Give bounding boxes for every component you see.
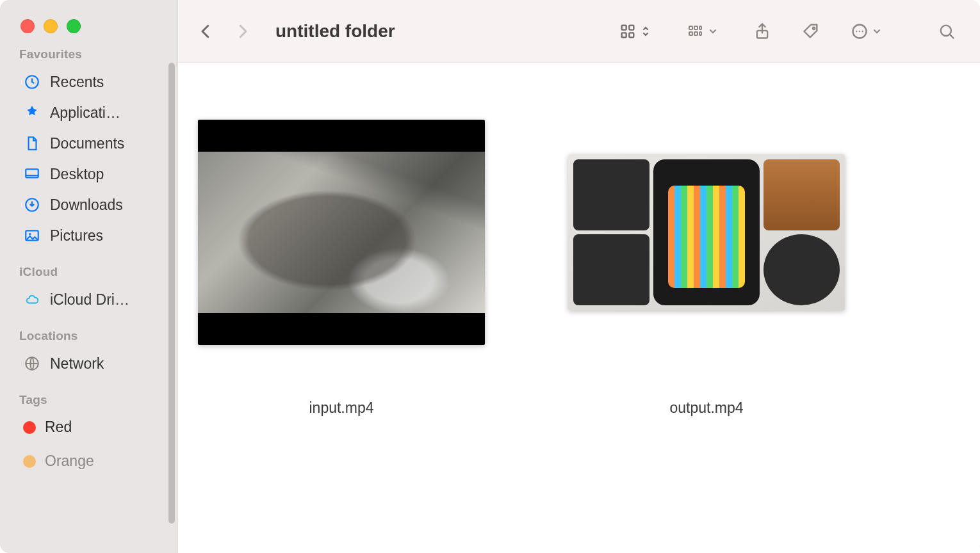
- sidebar: Favourites Recents Applicati… Documents: [0, 0, 178, 553]
- svg-rect-14: [699, 26, 701, 29]
- sidebar-item-desktop[interactable]: Desktop: [19, 159, 165, 189]
- action-menu-button[interactable]: [844, 15, 888, 47]
- search-button[interactable]: [931, 15, 962, 47]
- sidebar-section-tags: Tags Red Orange: [0, 379, 177, 472]
- folder-title: untitled folder: [275, 21, 395, 42]
- file-thumbnail: [562, 88, 851, 376]
- tag-color-dot: [23, 421, 36, 434]
- svg-rect-1: [26, 169, 38, 177]
- svg-point-20: [859, 30, 860, 31]
- globe-icon: [23, 355, 41, 373]
- sidebar-scrollbar[interactable]: [168, 63, 175, 524]
- sidebar-item-applications[interactable]: Applicati…: [19, 97, 165, 128]
- main-pane: untitled folder: [178, 0, 980, 553]
- sidebar-section-favourites: Favourites Recents Applicati… Documents: [0, 33, 177, 251]
- svg-rect-11: [689, 32, 692, 35]
- sidebar-item-label: Network: [50, 355, 104, 373]
- svg-point-4: [29, 233, 31, 235]
- sidebar-item-recents[interactable]: Recents: [19, 67, 165, 97]
- video-thumbnail: [198, 120, 485, 345]
- file-name-label: output.mp4: [669, 399, 743, 417]
- icon-view[interactable]: input.mp4 output.mp4: [178, 63, 980, 553]
- file-item-input[interactable]: input.mp4: [197, 88, 486, 417]
- window-controls: [0, 0, 177, 33]
- svg-line-23: [950, 34, 954, 38]
- up-down-chevron-icon: [642, 25, 649, 38]
- sidebar-tag-orange[interactable]: Orange: [19, 446, 165, 476]
- pictures-icon: [23, 227, 41, 244]
- share-button[interactable]: [747, 15, 778, 47]
- sidebar-item-label: iCloud Dri…: [50, 291, 129, 309]
- sidebar-tag-label: Red: [45, 419, 72, 436]
- tag-color-dot: [23, 455, 36, 468]
- sidebar-item-label: Downloads: [50, 196, 123, 214]
- back-button[interactable]: [190, 15, 222, 47]
- document-icon: [23, 134, 41, 152]
- sidebar-tag-label: Orange: [45, 453, 94, 470]
- svg-rect-15: [699, 32, 701, 35]
- file-name-label: input.mp4: [309, 399, 373, 417]
- video-thumbnail: [568, 154, 845, 310]
- close-window-button[interactable]: [20, 19, 35, 33]
- sidebar-item-pictures[interactable]: Pictures: [19, 220, 165, 251]
- minimize-window-button[interactable]: [44, 19, 58, 33]
- sidebar-item-label: Applicati…: [50, 104, 120, 122]
- app-icon: [23, 104, 41, 122]
- section-header: Favourites: [19, 47, 165, 61]
- forward-button[interactable]: [227, 15, 259, 47]
- download-icon: [23, 196, 41, 214]
- section-header: iCloud: [19, 265, 165, 279]
- sidebar-item-label: Desktop: [50, 166, 104, 183]
- view-mode-button[interactable]: [612, 15, 656, 47]
- file-thumbnail: [197, 88, 486, 376]
- section-header: Locations: [19, 329, 165, 343]
- zoom-window-button[interactable]: [67, 19, 81, 33]
- svg-rect-7: [629, 25, 633, 29]
- desktop-icon: [23, 165, 41, 183]
- finder-window: Favourites Recents Applicati… Documents: [0, 0, 980, 553]
- svg-rect-6: [622, 25, 626, 29]
- clock-icon: [23, 73, 41, 91]
- svg-point-19: [856, 30, 857, 31]
- toolbar: untitled folder: [178, 0, 980, 63]
- svg-rect-10: [689, 26, 692, 29]
- section-header: Tags: [19, 393, 165, 407]
- svg-rect-12: [694, 26, 698, 29]
- svg-point-17: [813, 27, 815, 29]
- svg-rect-8: [622, 33, 626, 37]
- sidebar-section-locations: Locations Network: [0, 315, 177, 379]
- svg-rect-9: [629, 33, 633, 37]
- sidebar-item-network[interactable]: Network: [19, 348, 165, 379]
- sidebar-item-downloads[interactable]: Downloads: [19, 189, 165, 220]
- svg-rect-13: [694, 32, 698, 35]
- sidebar-section-icloud: iCloud iCloud Dri…: [0, 251, 177, 315]
- chevron-down-icon: [708, 27, 717, 36]
- sidebar-item-label: Pictures: [50, 227, 103, 244]
- sidebar-item-documents[interactable]: Documents: [19, 128, 165, 159]
- sidebar-tag-red[interactable]: Red: [19, 412, 165, 442]
- file-item-output[interactable]: output.mp4: [562, 88, 851, 417]
- sidebar-item-label: Documents: [50, 135, 124, 152]
- sidebar-item-icloud-drive[interactable]: iCloud Dri…: [19, 284, 165, 315]
- sidebar-item-label: Recents: [50, 74, 104, 91]
- svg-point-21: [862, 30, 863, 31]
- chevron-down-icon: [872, 27, 881, 36]
- tags-button[interactable]: [796, 15, 826, 47]
- cloud-icon: [23, 291, 41, 309]
- group-by-button[interactable]: [679, 15, 724, 47]
